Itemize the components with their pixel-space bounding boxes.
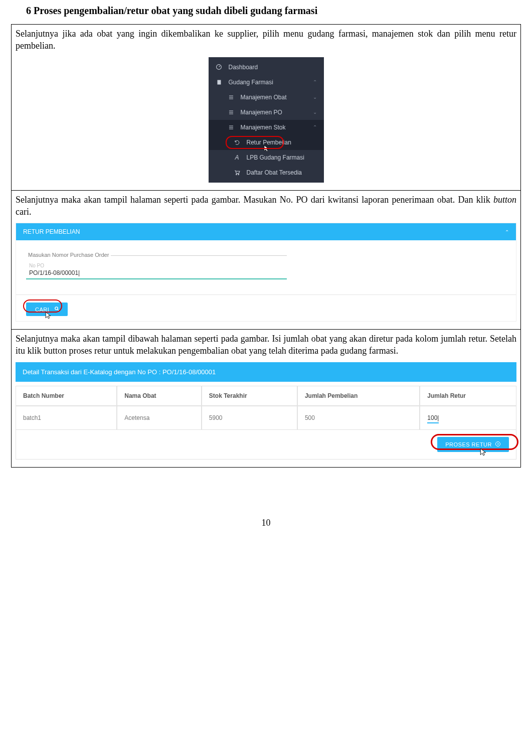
sidebar-item-label: Manajemen Stok	[241, 124, 286, 131]
letter-icon: A	[234, 154, 241, 161]
proses-button-row: PROSES RETUR	[16, 430, 516, 460]
col-batch: Batch Number	[16, 386, 117, 406]
chevron-up-icon: ⌃	[313, 124, 317, 130]
col-retur: Jumlah Retur	[420, 386, 516, 406]
sidebar-item-manajemen-po[interactable]: Manajemen PO ⌄	[209, 105, 324, 120]
cell-retur: 100|	[420, 406, 516, 430]
sidebar-item-label: Manajemen Obat	[241, 94, 287, 101]
cursor-icon	[45, 312, 52, 321]
list-icon	[228, 95, 235, 100]
step-2-text: Selanjutnya maka akan tampil halaman sep…	[16, 194, 516, 218]
list-icon	[228, 110, 235, 115]
svg-point-3	[238, 174, 239, 175]
cell-nama: Acetensa	[117, 406, 202, 430]
po-legend: Masukan Nomor Purchase Order	[26, 252, 111, 258]
cursor-icon	[480, 448, 487, 458]
sidebar-item-label: Retur Pembelian	[247, 139, 291, 146]
step-1-box: Selanjutnya jika ada obat yang ingin dik…	[11, 24, 521, 191]
col-nama: Nama Obat	[117, 386, 202, 406]
detail-header: Detail Transaksi dari E-Katalog dengan N…	[16, 362, 516, 382]
cell-batch: batch1	[16, 406, 117, 430]
step-3-box: Selanjutnya maka akan tampil dibawah hal…	[11, 330, 521, 468]
po-input[interactable]: PO/1/16-08/00001|	[26, 268, 287, 279]
undo-icon	[234, 139, 241, 145]
sidebar-item-retur-pembelian[interactable]: Retur Pembelian	[209, 135, 324, 150]
cursor-icon	[264, 145, 270, 154]
sidebar-item-label: Manajemen PO	[241, 109, 282, 116]
sidebar-item-label: Daftar Obat Tersedia	[247, 169, 302, 176]
sidebar-item-daftar-obat[interactable]: Daftar Obat Tersedia	[209, 165, 324, 180]
retur-pembelian-panel: RETUR PEMBELIAN ⌃ Masukan Nomor Purchase…	[16, 223, 516, 322]
sidebar-screenshot: Dashboard Gudang Farmasi ⌃ Manajemen Oba…	[209, 57, 324, 183]
step-2-box: Selanjutnya maka akan tampil halaman sep…	[11, 191, 521, 330]
annotation-circle	[431, 434, 518, 450]
po-fieldset: Masukan Nomor Purchase Order	[26, 255, 287, 262]
col-jumlah: Jumlah Pembelian	[297, 386, 420, 406]
po-label: No PO	[26, 262, 506, 268]
chevron-up-icon: ⌃	[505, 229, 509, 235]
svg-rect-1	[217, 80, 221, 84]
sidebar-item-manajemen-obat[interactable]: Manajemen Obat ⌄	[209, 90, 324, 105]
step-1-text: Selanjutnya jika ada obat yang ingin dik…	[16, 28, 516, 52]
table-header-row: Batch Number Nama Obat Stok Terakhir Jum…	[16, 386, 516, 406]
chevron-up-icon: ⌃	[313, 79, 317, 85]
dashboard-icon	[216, 64, 223, 70]
section-heading: 6 Proses pengembalian/retur obat yang su…	[26, 5, 521, 17]
search-button-row: CARI	[16, 294, 516, 321]
page-number: 10	[11, 518, 521, 528]
cell-jumlah: 500	[297, 406, 420, 430]
detail-transaksi-panel: Detail Transaksi dari E-Katalog dengan N…	[16, 362, 516, 460]
sidebar-item-gudang-farmasi[interactable]: Gudang Farmasi ⌃	[209, 75, 324, 90]
svg-point-2	[236, 174, 237, 175]
cell-stok: 5900	[202, 406, 297, 430]
jumlah-retur-input[interactable]: 100|	[427, 413, 439, 423]
sidebar-item-label: Gudang Farmasi	[229, 79, 273, 86]
step-3-text: Selanjutnya maka akan tampil dibawah hal…	[16, 333, 516, 357]
detail-table: Batch Number Nama Obat Stok Terakhir Jum…	[16, 386, 516, 430]
list-icon	[228, 125, 235, 130]
panel-title: RETUR PEMBELIAN	[23, 228, 80, 235]
sidebar-item-label: Dashboard	[229, 64, 258, 71]
annotation-circle	[23, 299, 62, 313]
building-icon	[216, 79, 223, 85]
col-stok: Stok Terakhir	[202, 386, 297, 406]
cart-icon	[234, 170, 241, 176]
table-row: batch1 Acetensa 5900 500 100|	[16, 406, 516, 430]
panel-header[interactable]: RETUR PEMBELIAN ⌃	[16, 223, 516, 240]
sidebar-item-label: LPB Gudang Farmasi	[247, 154, 304, 161]
chevron-down-icon: ⌄	[313, 109, 317, 115]
sidebar-item-dashboard[interactable]: Dashboard	[209, 60, 324, 75]
chevron-down-icon: ⌄	[313, 94, 317, 100]
sidebar-item-manajemen-stok[interactable]: Manajemen Stok ⌃	[209, 120, 324, 135]
